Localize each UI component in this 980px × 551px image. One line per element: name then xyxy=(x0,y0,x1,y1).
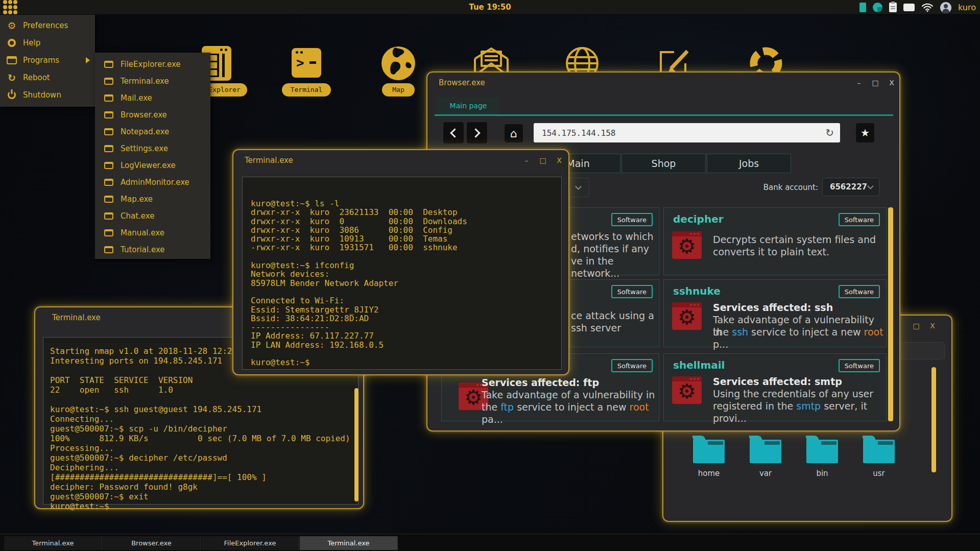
reload-icon[interactable]: ↻ xyxy=(825,127,834,139)
close-icon[interactable]: X xyxy=(928,322,937,330)
tab-jobs[interactable]: Jobs xyxy=(707,154,791,173)
submenu-item-terminal[interactable]: Terminal.exe xyxy=(95,73,210,89)
submenu-item-map[interactable]: Map.exe xyxy=(95,190,210,207)
clock: Tue 19:50 xyxy=(469,3,511,12)
browser-page-tab[interactable]: Main page xyxy=(437,97,500,114)
menu-item-shutdown[interactable]: Shutdown xyxy=(0,86,95,104)
submenu-item-adminmonitor[interactable]: AdminMonitor.exe xyxy=(95,174,210,190)
browser-scrollbar[interactable] xyxy=(888,207,893,421)
taskbar-item-browser[interactable]: Browser.exe xyxy=(103,536,201,550)
bookmark-button[interactable]: ★ xyxy=(855,123,875,143)
forward-button[interactable] xyxy=(466,122,488,144)
software-card-shellmail[interactable]: shellmail Software ⚙ Services affected: … xyxy=(663,353,887,421)
submenu-item-mail[interactable]: Mail.exe xyxy=(95,89,210,106)
desktop-icon-terminal[interactable]: > xyxy=(288,45,325,82)
menu-label: Help xyxy=(23,38,40,47)
terminal-line: Connected to Wi-Fi: xyxy=(251,296,556,304)
battery-icon[interactable] xyxy=(859,3,866,12)
filter-dropdown[interactable] xyxy=(567,178,589,197)
submenu-item-browser[interactable]: Browser.exe xyxy=(95,106,210,123)
submenu-label: AdminMonitor.exe xyxy=(121,178,189,187)
submenu-item-chat[interactable]: Chat.exe xyxy=(95,207,210,224)
apps-grid-button[interactable] xyxy=(0,0,20,15)
submenu-item-notepad[interactable]: Notepad.exe xyxy=(95,123,210,140)
maximize-icon[interactable]: □ xyxy=(871,79,880,87)
menu-item-preferences[interactable]: ⚙ Preferences xyxy=(0,17,95,34)
maximize-icon[interactable]: □ xyxy=(912,322,921,330)
terminal-line: guest@500007:~$ exit xyxy=(50,492,353,501)
terminal-scrollbar[interactable] xyxy=(354,388,358,501)
software-badge: Software xyxy=(839,213,880,226)
terminal-line: guest@500007:~$ scp -u /bin/decipher xyxy=(50,424,353,434)
chevron-left-icon xyxy=(450,128,459,137)
tab-label: Shop xyxy=(652,158,676,169)
folder-usr[interactable]: usr xyxy=(863,435,895,478)
bank-account-label: Bank account: xyxy=(713,183,818,192)
folder-bin[interactable]: bin xyxy=(806,435,838,478)
url-bar[interactable]: 154.175.144.158 ↻ xyxy=(534,123,840,142)
terminal-titlebar[interactable]: Terminal.exe xyxy=(233,150,568,171)
globe-earth-icon xyxy=(380,45,417,82)
terminal-line: Deciphering... xyxy=(50,463,353,472)
terminal-line xyxy=(50,395,353,404)
terminal-window-center: Terminal.exe – □ X kuro@test:~$ ls -l dr… xyxy=(232,149,569,375)
close-icon[interactable]: X xyxy=(887,79,896,87)
submenu-item-tutorial[interactable]: Tutorial.exe xyxy=(95,241,210,258)
chat-icon[interactable] xyxy=(903,4,915,11)
wifi-icon[interactable] xyxy=(921,3,934,12)
software-app-icon: ⚙ xyxy=(672,302,702,330)
terminal-line: Essid: Stemstargettr_8JIY2 xyxy=(251,305,556,314)
menu-item-help[interactable]: Help xyxy=(0,34,95,52)
submenu-label: Terminal.exe xyxy=(121,77,169,86)
desktop-icon-map[interactable] xyxy=(380,45,417,82)
desktop: FileExplorer > Terminal Map xyxy=(0,0,980,551)
menu-item-reboot[interactable]: ↻ Reboot xyxy=(0,69,95,86)
close-icon[interactable]: X xyxy=(555,156,564,164)
submenu-item-fileexplorer[interactable]: FileExplorer.exe xyxy=(95,56,210,73)
submenu-item-logviewer[interactable]: LogViewer.exe xyxy=(95,157,210,174)
folder-label: var xyxy=(750,469,781,478)
card-services-line: Services affected: smtp xyxy=(713,375,842,388)
terminal-line: -rwxr-xr-x kuro 1931571 00:00 sshnuke xyxy=(251,243,556,251)
bank-account-dropdown[interactable]: 6562227 xyxy=(822,178,879,196)
terminal-line: drwxr-xr-x kuro 0 00:00 Downloads xyxy=(251,217,556,225)
power-icon xyxy=(6,91,17,99)
minimize-icon[interactable]: – xyxy=(854,79,864,87)
window-icon xyxy=(103,229,114,236)
software-card-sshnuke[interactable]: sshnuke Software ⚙ Services affected: ss… xyxy=(663,279,887,347)
folder-home[interactable]: home xyxy=(693,435,725,478)
terminal-line: IP Address: 67.117.227.77 xyxy=(251,331,556,340)
desktop-label-map[interactable]: Map xyxy=(382,83,415,97)
submenu-item-manual[interactable]: Manual.exe xyxy=(95,224,210,241)
back-button[interactable] xyxy=(443,122,464,144)
menu-item-programs[interactable]: Programs xyxy=(0,52,95,69)
file-explorer-scrollbar[interactable] xyxy=(931,367,936,472)
taskbar-item-fileexplorer[interactable]: FileExplorer.exe xyxy=(201,536,299,550)
window-icon xyxy=(103,128,114,135)
clipboard-icon[interactable] xyxy=(889,3,897,12)
submenu-item-settings[interactable]: Settings.exe xyxy=(95,140,210,157)
terminal-line: kuro@test:~$ xyxy=(251,357,556,366)
terminal-line: drwxr-xr-x kuro 10913 00:00 Temas xyxy=(251,234,556,243)
taskbar-item-terminal-2[interactable]: Terminal.exe xyxy=(300,536,398,550)
home-button[interactable]: ⌂ xyxy=(504,124,523,143)
terminal-line: PORT STATE SERVICE VERSION xyxy=(50,375,353,385)
terminal-line: kuro@test:~$ ifconfig xyxy=(251,260,556,269)
desktop-label-terminal[interactable]: Terminal xyxy=(282,83,331,97)
card-description: Decrypts certain system files and xyxy=(713,233,876,246)
terminal-output[interactable]: kuro@test:~$ ls -l drwxr-xr-x kuro 23621… xyxy=(242,177,562,370)
menu-label: Reboot xyxy=(23,73,50,82)
minimize-icon[interactable]: – xyxy=(522,156,531,164)
user-avatar[interactable] xyxy=(940,2,951,13)
browser-titlebar[interactable]: Browser.exe xyxy=(427,73,899,93)
software-card-decipher[interactable]: decipher Software ⚙ Decrypts certain sys… xyxy=(663,207,887,275)
disk-usage-icon[interactable] xyxy=(873,3,882,12)
maximize-icon[interactable]: □ xyxy=(538,156,547,164)
taskbar-item-terminal-1[interactable]: Terminal.exe xyxy=(4,536,102,550)
card-description-fragment: etworks to which xyxy=(571,230,654,243)
chevron-down-icon xyxy=(867,183,874,189)
window-icon xyxy=(103,246,114,253)
tab-shop[interactable]: Shop xyxy=(622,154,706,173)
terminal-line: drwxr-xr-x kuro 3086 00:00 Config xyxy=(251,225,556,234)
folder-var[interactable]: var xyxy=(750,435,781,478)
